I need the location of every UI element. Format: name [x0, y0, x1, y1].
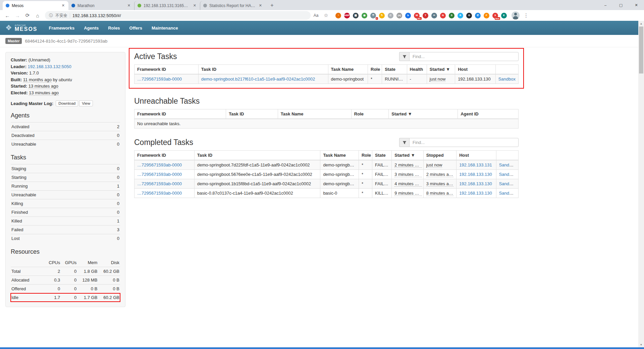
home-icon[interactable]: ⌂: [33, 11, 42, 20]
framework-id-link[interactable]: …7295671593ab-0000: [137, 162, 182, 167]
extension-icon[interactable]: ↻: [379, 13, 385, 18]
column-header[interactable]: Task Name: [320, 151, 359, 160]
column-header[interactable]: Started ▼: [392, 151, 423, 160]
column-header[interactable]: [496, 151, 518, 160]
framework-id-link[interactable]: …7295671593ab-0000: [137, 191, 182, 196]
tasks-row-label: Starting: [11, 173, 106, 182]
column-header[interactable]: [495, 65, 518, 74]
extension-icon[interactable]: E: [501, 13, 507, 18]
column-header[interactable]: State: [372, 151, 392, 160]
host-link[interactable]: 192.168.133.131: [459, 162, 492, 167]
column-header[interactable]: Role: [359, 151, 372, 160]
extension-icon[interactable]: T: [423, 13, 428, 18]
completed-task-row: …7295671593ab-0000 demo-springboot.7d225…: [135, 160, 519, 170]
download-log-button[interactable]: Download: [56, 100, 78, 106]
tab-hello[interactable]: 192.168.133.131:31657/hello ✕: [134, 1, 200, 10]
back-icon[interactable]: ←: [3, 11, 12, 20]
sandbox-link[interactable]: Sandbox: [499, 181, 516, 186]
extension-icon[interactable]: ABP: [344, 13, 350, 18]
navbar-item[interactable]: Agents: [84, 26, 99, 31]
mesos-brand[interactable]: ❖ APACHE MESOS: [5, 24, 38, 32]
extension-icon[interactable]: ▦: [353, 13, 359, 18]
profile-avatar[interactable]: [512, 11, 520, 19]
bookmark-star-icon[interactable]: ☆: [321, 11, 331, 20]
minimize-button[interactable]: –: [598, 0, 613, 10]
column-header[interactable]: Started ▼: [427, 65, 455, 74]
forward-icon[interactable]: →: [13, 11, 22, 20]
column-header[interactable]: Framework ID: [135, 151, 195, 160]
host-link[interactable]: 192.168.133.130: [459, 181, 492, 186]
task-id-link[interactable]: demo-springboot.b217f610-c1a5-11e9-aaf9-…: [201, 77, 315, 82]
host-link[interactable]: 192.168.133.130: [459, 191, 492, 196]
tab-mesos[interactable]: Mesos ✕: [3, 1, 68, 10]
extension-icon[interactable]: M 99+: [414, 13, 420, 18]
extension-icon[interactable]: ✒: [431, 13, 437, 18]
extension-icon[interactable]: F: [484, 13, 489, 18]
extension-icon[interactable]: G: [466, 13, 472, 18]
tab-close-icon[interactable]: ✕: [127, 3, 131, 8]
extension-icon[interactable]: S: [449, 13, 454, 18]
column-header[interactable]: Task ID: [226, 109, 278, 119]
tab-close-icon[interactable]: ✕: [258, 3, 263, 8]
extension-icon[interactable]: C: [388, 13, 393, 18]
column-header[interactable]: Host: [455, 65, 496, 74]
extension-icon[interactable]: (a): [396, 13, 402, 18]
extension-icon[interactable]: ◉: [362, 13, 367, 18]
framework-id-link[interactable]: …7295671593ab-0000: [137, 77, 182, 82]
host-link[interactable]: 192.168.133.130: [459, 172, 492, 177]
browser-menu-icon[interactable]: ⋮: [524, 12, 529, 18]
view-log-button[interactable]: View: [79, 100, 93, 106]
sandbox-link[interactable]: Sandbox: [499, 172, 516, 177]
extension-icon[interactable]: ✈: [458, 13, 463, 18]
column-header[interactable]: Framework ID: [135, 65, 199, 74]
navbar-item[interactable]: Frameworks: [49, 26, 75, 31]
column-header[interactable]: State: [382, 65, 407, 74]
active-tasks-find-input[interactable]: [409, 52, 519, 61]
extension-icon[interactable]: N: [440, 13, 446, 18]
column-header[interactable]: Role: [368, 65, 382, 74]
column-header[interactable]: Health: [407, 65, 427, 74]
framework-id-link[interactable]: …7295671593ab-0000: [137, 181, 182, 186]
column-header[interactable]: Task Name: [278, 109, 351, 119]
column-header[interactable]: Agent ID: [458, 109, 519, 119]
tab-haproxy[interactable]: Statistics Report for HAProxy ✕: [200, 1, 266, 10]
extension-icon[interactable]: ◔: [335, 13, 341, 18]
extension-icon[interactable]: b: [405, 13, 411, 18]
sandbox-link[interactable]: Sandbox: [499, 191, 516, 196]
url-text[interactable]: 192.168.133.132:5050/#/: [72, 13, 121, 18]
column-header[interactable]: Role: [351, 109, 388, 119]
reload-icon[interactable]: ⟳: [23, 11, 32, 20]
leader-link[interactable]: 192.168.133.132:5050: [28, 64, 71, 69]
extension-icon[interactable]: ✆: [475, 13, 481, 18]
column-header[interactable]: Host: [457, 151, 496, 160]
started-cell: 9 minutes ago: [394, 191, 422, 196]
tab-close-icon[interactable]: ✕: [61, 3, 65, 8]
translate-icon[interactable]: Aa: [311, 11, 321, 20]
scrollbar[interactable]: ▲ ▼: [638, 21, 644, 347]
maximize-button[interactable]: ▢: [613, 0, 629, 10]
column-header[interactable]: Started ▼: [389, 109, 458, 119]
scroll-up-icon[interactable]: ▲: [638, 21, 644, 26]
completed-tasks-find-input[interactable]: [409, 138, 519, 147]
address-bar[interactable]: ⓘ 不安全 192.168.133.132:5050/#/: [45, 11, 311, 20]
new-tab-button[interactable]: +: [268, 1, 276, 10]
close-button[interactable]: ✕: [629, 0, 644, 10]
tab-close-icon[interactable]: ✕: [193, 3, 197, 8]
sandbox-link[interactable]: Sandbox: [499, 162, 516, 167]
scrollbar-thumb[interactable]: [639, 27, 643, 73]
navbar-item[interactable]: Offers: [129, 26, 142, 31]
site-info-icon[interactable]: ⓘ: [49, 13, 53, 18]
column-header[interactable]: Framework ID: [135, 109, 226, 119]
column-header[interactable]: Stopped: [423, 151, 456, 160]
column-header[interactable]: Task ID: [194, 151, 320, 160]
sandbox-link[interactable]: Sandbox: [498, 77, 516, 82]
column-header[interactable]: Task Name: [328, 65, 368, 74]
tab-marathon[interactable]: Marathon ✕: [68, 1, 134, 10]
extension-icon[interactable]: X New: [492, 13, 498, 18]
extension-icon[interactable]: ☂ 1: [370, 13, 376, 18]
navbar-item[interactable]: Roles: [108, 26, 120, 31]
column-header[interactable]: Task ID: [198, 65, 328, 74]
scroll-down-icon[interactable]: ▼: [638, 342, 644, 347]
navbar-item[interactable]: Maintenance: [152, 26, 178, 31]
framework-id-link[interactable]: …7295671593ab-0000: [137, 172, 182, 177]
